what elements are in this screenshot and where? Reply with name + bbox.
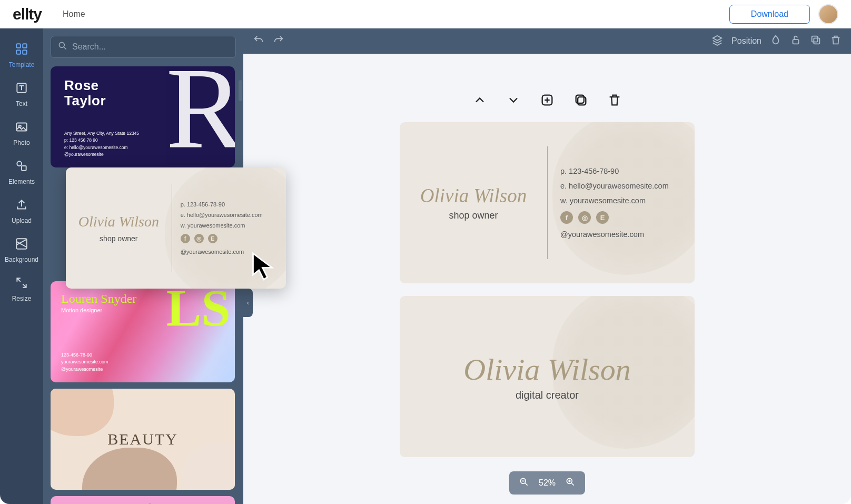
template-card-rose[interactable]: R Rose Taylor Any Street, Any City, Any …: [51, 66, 235, 167]
tpl-details: 123-456-78-90 yourawesomesite.com @youra…: [61, 352, 108, 373]
etsy-icon: E: [208, 234, 217, 243]
duplicate-icon[interactable]: [810, 34, 822, 48]
tpl-title: RAMEN: [60, 500, 123, 504]
home-link[interactable]: Home: [63, 9, 85, 19]
instagram-icon: ◎: [194, 234, 204, 243]
svg-rect-0: [16, 44, 21, 48]
photo-icon: [15, 120, 28, 136]
zoom-out-icon[interactable]: [519, 477, 529, 489]
cursor-icon: [251, 251, 279, 284]
tpl-title: BEAUTY: [107, 430, 178, 448]
etsy-icon[interactable]: E: [596, 211, 609, 224]
sidebar-item-label: Background: [5, 256, 38, 263]
tpl-details: Any Street, Any City, Any State 12345 p:…: [64, 130, 139, 158]
trash-icon[interactable]: [830, 34, 842, 48]
text-icon: [15, 81, 28, 97]
card-socials: f ◎ E: [560, 211, 669, 224]
preview-socials: f ◎ E: [181, 234, 286, 243]
facebook-icon[interactable]: f: [560, 211, 573, 224]
position-label[interactable]: Position: [731, 36, 761, 46]
add-page-icon[interactable]: [540, 93, 555, 110]
header-left: ellty Home: [13, 5, 85, 23]
preview-role: shop owner: [100, 234, 137, 243]
undo-icon[interactable]: [253, 34, 264, 48]
left-toolbar: Template Text Photo Elements Upload Back…: [0, 28, 43, 504]
svg-rect-19: [576, 95, 584, 103]
preview-email: e. hello@yourawesomesite.com: [181, 212, 286, 218]
sidebar-item-upload[interactable]: Upload: [0, 192, 43, 231]
card-right: p. 123-456-78-90 e. hello@yourawesomesit…: [547, 146, 669, 259]
template-card-loren[interactable]: LS Louren Snyder Motion designer 123-456…: [51, 281, 235, 382]
instagram-icon[interactable]: ◎: [578, 211, 591, 224]
sidebar-item-label: Upload: [12, 217, 32, 224]
card-email[interactable]: e. hello@yourawesomesite.com: [560, 182, 669, 190]
zoom-in-icon[interactable]: [565, 477, 576, 489]
top-header: ellty Home Download: [0, 0, 851, 28]
card-name[interactable]: Olivia Wilson: [463, 352, 630, 387]
opacity-icon[interactable]: [770, 34, 781, 48]
svg-rect-16: [812, 36, 818, 42]
svg-point-10: [59, 42, 64, 47]
toolbar-right: Position: [711, 34, 842, 48]
duplicate-page-icon[interactable]: [573, 93, 588, 110]
canvas-page-2[interactable]: Olivia Wilson digital creator: [400, 296, 695, 457]
zoom-bar: 52%: [509, 471, 585, 495]
sidebar-item-template[interactable]: Template: [0, 36, 43, 75]
background-icon: [15, 237, 28, 253]
preview-left: Olivia Wilson shop owner: [66, 167, 172, 289]
sidebar-item-label: Resize: [12, 295, 32, 302]
move-down-icon[interactable]: [506, 93, 521, 110]
toolbar-left: [253, 34, 284, 48]
card-role[interactable]: shop owner: [449, 210, 498, 221]
redo-icon[interactable]: [273, 34, 284, 48]
svg-rect-1: [23, 44, 27, 48]
user-avatar[interactable]: [818, 4, 838, 24]
sidebar-item-label: Photo: [13, 139, 29, 146]
card-web[interactable]: w. yourawesomesite.com: [560, 196, 669, 205]
svg-rect-2: [16, 50, 21, 54]
app-logo[interactable]: ellty: [13, 5, 42, 23]
card-left: Olivia Wilson shop owner: [400, 122, 547, 283]
elements-icon: [15, 159, 28, 175]
search-input[interactable]: [72, 42, 229, 52]
card-inner: Olivia Wilson digital creator: [400, 296, 695, 457]
decorative-blob: [82, 448, 177, 490]
header-right: Download: [729, 4, 838, 24]
panel-scrollbar[interactable]: [239, 80, 242, 101]
sidebar-item-elements[interactable]: Elements: [0, 153, 43, 192]
template-card-ramen[interactable]: RAMEN: [51, 496, 235, 504]
card-role[interactable]: digital creator: [516, 389, 579, 401]
preview-phone: p. 123-456-78-90: [181, 201, 286, 207]
svg-rect-8: [22, 166, 26, 171]
tpl-role: Motion designer: [61, 307, 224, 313]
svg-rect-18: [578, 97, 586, 105]
move-up-icon[interactable]: [472, 93, 487, 110]
decorative-blob: [182, 442, 235, 490]
preview-name: Olivia Wilson: [78, 213, 159, 230]
facebook-icon: f: [181, 234, 190, 243]
card-phone[interactable]: p. 123-456-78-90: [560, 167, 669, 175]
canvas-page-1[interactable]: Olivia Wilson shop owner p. 123-456-78-9…: [400, 122, 695, 283]
collapse-panel-handle[interactable]: ‹: [243, 289, 253, 317]
card-handle[interactable]: @yourawesomesite.com: [560, 230, 669, 239]
sidebar-item-background[interactable]: Background: [0, 231, 43, 270]
card-name[interactable]: Olivia Wilson: [420, 184, 527, 207]
svg-rect-14: [793, 39, 799, 44]
decorative-blob: [51, 389, 114, 436]
sidebar-item-photo[interactable]: Photo: [0, 114, 43, 153]
delete-page-icon[interactable]: [607, 93, 622, 110]
preview-web: w. yourawesomesite.com: [181, 222, 286, 229]
download-button[interactable]: Download: [729, 5, 810, 24]
search-icon: [57, 41, 68, 53]
sidebar-item-resize[interactable]: Resize: [0, 270, 43, 309]
svg-point-7: [17, 161, 22, 166]
template-icon: [15, 42, 28, 58]
zoom-value[interactable]: 52%: [539, 478, 556, 488]
layers-icon[interactable]: [711, 34, 723, 48]
search-box[interactable]: [51, 36, 236, 58]
lock-icon[interactable]: [790, 34, 801, 48]
sidebar-item-text[interactable]: Text: [0, 75, 43, 114]
canvas-content[interactable]: Olivia Wilson shop owner p. 123-456-78-9…: [243, 54, 851, 504]
template-card-beauty[interactable]: BEAUTY: [51, 389, 235, 490]
canvas-toolbar: Position: [243, 28, 851, 54]
